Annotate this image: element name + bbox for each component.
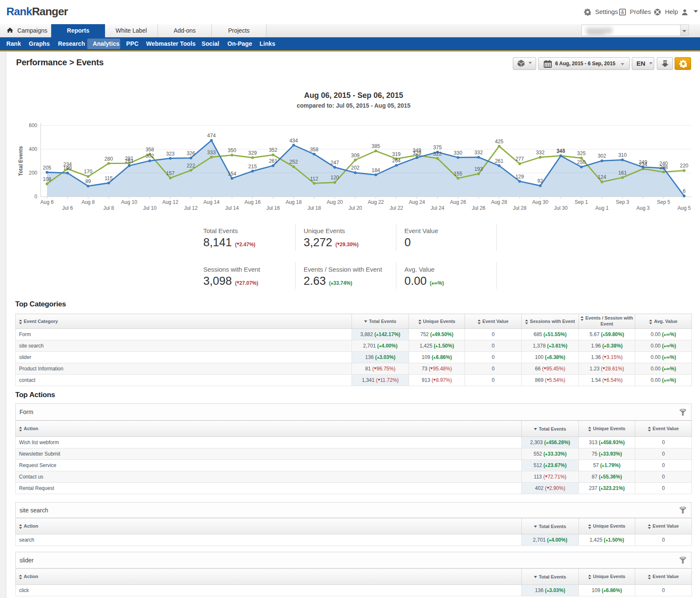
svg-text:249: 249 [639, 159, 647, 165]
svg-text:326: 326 [187, 150, 195, 156]
svg-text:170: 170 [84, 169, 92, 175]
svg-text:120: 120 [330, 175, 339, 181]
svg-text:Aug 18: Aug 18 [285, 199, 302, 205]
svg-text:Aug 28: Aug 28 [491, 199, 507, 205]
svg-text:Aug 16: Aug 16 [244, 199, 260, 205]
svg-text:Jul 16: Jul 16 [266, 205, 280, 211]
svg-text:309: 309 [351, 153, 360, 159]
svg-text:Aug 8: Aug 8 [81, 199, 95, 205]
svg-text:Jul 14: Jul 14 [225, 205, 239, 211]
svg-text:Jul 18: Jul 18 [307, 205, 321, 211]
svg-text:247: 247 [330, 160, 339, 166]
svg-text:115: 115 [105, 175, 113, 181]
svg-text:Aug 6: Aug 6 [40, 199, 54, 205]
svg-text:Jul 22: Jul 22 [390, 205, 403, 211]
svg-text:Aug 26: Aug 26 [450, 199, 466, 205]
svg-text:Aug 10: Aug 10 [121, 199, 137, 205]
svg-text:333: 333 [207, 150, 216, 156]
svg-text:Jul 30: Jul 30 [554, 205, 567, 211]
svg-text:358: 358 [310, 147, 318, 153]
svg-text:252: 252 [289, 159, 298, 165]
svg-text:600: 600 [29, 122, 37, 128]
svg-text:400: 400 [29, 146, 37, 152]
svg-text:264: 264 [392, 158, 401, 164]
svg-text:Jul 28: Jul 28 [513, 205, 526, 211]
svg-text:200: 200 [29, 170, 37, 176]
svg-text:193: 193 [474, 166, 483, 172]
svg-text:6: 6 [683, 188, 686, 194]
svg-text:325: 325 [577, 150, 586, 156]
svg-text:Jul 20: Jul 20 [349, 205, 362, 211]
svg-text:Sep 1: Sep 1 [575, 199, 588, 205]
svg-text:157: 157 [166, 170, 174, 176]
svg-text:350: 350 [228, 147, 236, 153]
svg-text:Sep 3: Sep 3 [616, 199, 629, 205]
svg-text:199: 199 [63, 165, 72, 171]
svg-text:Aug 20: Aug 20 [326, 199, 343, 205]
svg-text:Jul 10: Jul 10 [143, 205, 157, 211]
svg-text:302: 302 [598, 153, 606, 159]
svg-text:Aug 1: Aug 1 [595, 205, 609, 211]
svg-text:184: 184 [371, 167, 380, 173]
svg-text:Aug 12: Aug 12 [162, 199, 178, 205]
svg-text:Aug 24: Aug 24 [409, 199, 425, 205]
svg-text:124: 124 [598, 174, 606, 180]
svg-text:Jul 12: Jul 12 [184, 205, 198, 211]
svg-text:220: 220 [680, 163, 688, 169]
svg-text:108: 108 [43, 176, 51, 182]
svg-text:425: 425 [495, 139, 504, 145]
svg-text:222: 222 [187, 163, 195, 169]
svg-text:332: 332 [536, 150, 545, 156]
svg-text:202: 202 [351, 165, 360, 171]
svg-text:434: 434 [289, 138, 298, 144]
svg-text:155: 155 [454, 171, 462, 177]
svg-text:Sep 5: Sep 5 [657, 199, 670, 205]
svg-text:Total Events: Total Events [18, 146, 24, 176]
svg-text:310: 310 [618, 152, 627, 158]
svg-text:89: 89 [85, 178, 91, 184]
svg-text:Jul 24: Jul 24 [431, 205, 444, 211]
svg-text:358: 358 [146, 147, 154, 153]
svg-text:92: 92 [537, 178, 543, 184]
svg-text:323: 323 [166, 151, 174, 157]
svg-text:352: 352 [269, 147, 277, 153]
svg-text:Jul 6: Jul 6 [62, 205, 73, 211]
svg-text:Aug 5: Aug 5 [678, 205, 691, 211]
svg-text:Aug 30: Aug 30 [532, 199, 548, 205]
svg-text:129: 129 [515, 174, 524, 180]
svg-text:112: 112 [310, 176, 318, 182]
svg-text:205: 205 [43, 165, 51, 171]
svg-text:261: 261 [495, 158, 504, 164]
svg-text:302: 302 [146, 153, 154, 159]
svg-text:332: 332 [474, 150, 483, 156]
svg-text:261: 261 [125, 158, 133, 164]
svg-text:474: 474 [207, 133, 216, 139]
svg-text:322: 322 [433, 151, 442, 157]
svg-text:215: 215 [248, 164, 257, 170]
svg-text:Aug 14: Aug 14 [203, 199, 219, 205]
svg-text:344: 344 [556, 148, 565, 154]
svg-text:329: 329 [413, 150, 421, 156]
svg-text:280: 280 [105, 156, 113, 162]
svg-text:385: 385 [371, 143, 380, 149]
svg-text:329: 329 [248, 150, 257, 156]
svg-text:375: 375 [433, 145, 442, 150]
svg-text:154: 154 [228, 171, 236, 177]
svg-text:261: 261 [269, 158, 277, 164]
svg-text:240: 240 [659, 161, 668, 167]
svg-text:277: 277 [515, 156, 524, 162]
svg-text:Aug 22: Aug 22 [368, 199, 384, 205]
svg-text:250: 250 [577, 159, 586, 165]
svg-text:319: 319 [392, 151, 401, 157]
svg-text:330: 330 [454, 150, 462, 156]
svg-text:Aug 3: Aug 3 [636, 205, 650, 211]
svg-text:Jul 26: Jul 26 [472, 205, 485, 211]
svg-text:161: 161 [618, 170, 627, 176]
svg-text:Jul 8: Jul 8 [103, 205, 114, 211]
svg-text:0: 0 [34, 194, 37, 200]
